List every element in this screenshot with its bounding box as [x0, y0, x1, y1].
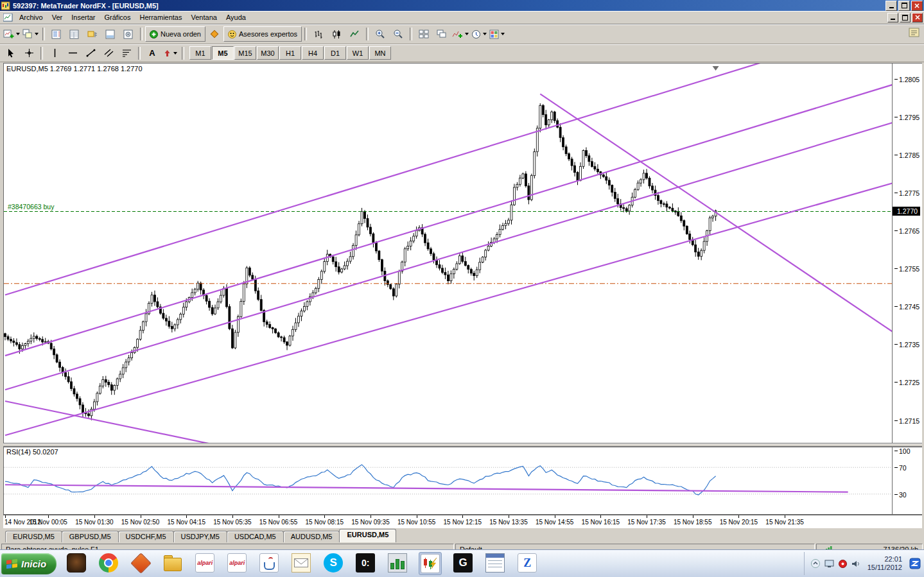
strategy-tester-button[interactable]: [119, 26, 137, 42]
taskbar-icon-chrome[interactable]: [98, 552, 119, 574]
taskbar-icon-g-app[interactable]: G: [452, 552, 474, 574]
chart-tabs-bar: EURUSD,M5GBPUSD,M5USDCHF,M5USDJPY,M5USDC…: [3, 528, 922, 542]
candlestick-mode-button[interactable]: [327, 26, 345, 42]
zoom-out-button[interactable]: [389, 26, 407, 42]
taskbar-icon-notes[interactable]: [484, 552, 506, 574]
line-chart-mode-button[interactable]: [345, 26, 363, 42]
toolbar-overflow-button[interactable]: [909, 27, 920, 40]
menu-item-archivo[interactable]: Archivo: [15, 12, 48, 22]
chart-tab-usdcad-m5-4[interactable]: USDCAD,M5: [227, 531, 284, 542]
navigator-button[interactable]: [83, 26, 101, 42]
titlebar[interactable]: 592397: MetaTrader NordFX - [EURUSD,M5]: [0, 0, 924, 11]
taskbar-icon-cellar-app[interactable]: [65, 552, 87, 574]
close-button[interactable]: [911, 1, 923, 11]
clock-date: 15/11/2012: [867, 564, 902, 572]
tray-z-icon[interactable]: [909, 558, 921, 569]
price-axis[interactable]: 1.28051.27951.27851.27751.27651.27551.27…: [893, 63, 922, 444]
timeframe-h4[interactable]: H4: [302, 46, 324, 60]
taskbar-icon-folder[interactable]: [162, 552, 184, 574]
menu-item-graficos[interactable]: Gráficos: [100, 12, 135, 22]
periods-button[interactable]: [470, 26, 488, 42]
chart-window-icon[interactable]: [3, 13, 13, 22]
timeframe-m5[interactable]: M5: [212, 46, 234, 60]
rsi-canvas[interactable]: [4, 447, 892, 514]
time-tick: [417, 515, 417, 518]
chart-tab-eurusd-m5-6[interactable]: EURUSD,M5: [339, 529, 396, 542]
chart-tab-eurusd-m5-0[interactable]: EURUSD,M5: [5, 531, 62, 542]
cursor-tool-button[interactable]: [2, 46, 20, 61]
child-minimize-button[interactable]: [887, 13, 898, 22]
minimize-button[interactable]: [885, 1, 897, 11]
timeframe-w1[interactable]: W1: [347, 46, 369, 60]
price-axis-label: 1.2805: [894, 76, 920, 83]
terminal-button[interactable]: [101, 26, 119, 42]
tray-volume-icon[interactable]: [851, 560, 860, 568]
chart-tab-usdchf-m5-2[interactable]: USDCHF,M5: [118, 531, 174, 542]
taskbar-icon-skype[interactable]: S: [322, 552, 344, 574]
crosshair-tool-button[interactable]: [20, 46, 38, 61]
expert-advisors-button[interactable]: Asesores expertos: [223, 26, 302, 42]
chart-tab-gbpusd-m5-1[interactable]: GBPUSD,M5: [62, 531, 119, 542]
menu-item-ventana[interactable]: Ventana: [187, 12, 222, 22]
chart-tab-audusd-m5-5[interactable]: AUDUSD,M5: [283, 531, 340, 542]
tile-windows-button[interactable]: [415, 26, 433, 42]
metaeditor-button[interactable]: [205, 26, 223, 42]
restore-button[interactable]: [898, 1, 910, 11]
horizontal-line-tool-button[interactable]: [64, 46, 82, 61]
new-order-button[interactable]: Nueva orden: [145, 26, 205, 42]
tray-expand-icon[interactable]: [811, 559, 820, 568]
timeframe-mn[interactable]: MN: [369, 46, 391, 60]
text-tool-button[interactable]: A: [143, 46, 161, 61]
taskbar-icon-java[interactable]: [258, 552, 280, 574]
price-chart-canvas[interactable]: #38470663 buy: [4, 64, 892, 443]
time-axis[interactable]: 14 Nov 201215 Nov 00:0515 Nov 01:3015 No…: [3, 515, 922, 528]
menu-item-insertar[interactable]: Insertar: [67, 12, 100, 22]
taskbar-icon-z-app[interactable]: Z: [516, 552, 538, 574]
chart-tab-usdjpy-m5-3[interactable]: USDJPY,M5: [173, 531, 227, 542]
timeframe-m15[interactable]: M15: [234, 46, 256, 60]
timeframe-h1[interactable]: H1: [279, 46, 301, 60]
data-window-button[interactable]: [65, 26, 83, 42]
taskbar-icon-alpari[interactable]: alpari: [194, 552, 216, 574]
start-button-label: Inicio: [21, 558, 46, 569]
channel-tool-button[interactable]: [100, 46, 118, 61]
tray-alert-icon[interactable]: [839, 560, 847, 568]
child-restore-button[interactable]: [900, 13, 911, 22]
taskbar-icon-mail[interactable]: [290, 552, 312, 574]
templates-icon: [489, 30, 499, 39]
profiles-button[interactable]: [21, 26, 40, 42]
timeframe-m30[interactable]: M30: [257, 46, 279, 60]
trendline-tool-button[interactable]: [82, 46, 100, 61]
zoom-in-button[interactable]: [371, 26, 389, 42]
new-chart-button[interactable]: [2, 26, 21, 42]
taskbar-icon-timer-app[interactable]: 0:: [354, 552, 376, 574]
taskbar-icon-alpari-2[interactable]: alpari: [226, 552, 248, 574]
toolbar-separator: [40, 47, 43, 60]
timeframe-m1[interactable]: M1: [189, 46, 211, 60]
market-watch-button[interactable]: [48, 26, 65, 42]
templates-button[interactable]: [488, 26, 506, 42]
cascade-windows-button[interactable]: [433, 26, 451, 42]
bar-chart-mode-button[interactable]: [309, 26, 327, 42]
price-axis-label: 1.2745: [894, 303, 920, 311]
arrows-tool-button[interactable]: [161, 46, 179, 61]
taskbar-icon-metatrader[interactable]: [419, 552, 442, 575]
time-axis-label: 15 Nov 12:15: [444, 519, 482, 526]
fibonacci-tool-button[interactable]: [118, 46, 135, 61]
tray-clock[interactable]: 22:01 15/11/2012: [867, 555, 902, 572]
time-tick: [693, 515, 693, 518]
indicators-button[interactable]: [451, 26, 470, 42]
tray-display-icon[interactable]: [824, 560, 834, 568]
price-chart-pane[interactable]: #38470663 buy EURUSD,M5 1.2769 1.2771 1.…: [3, 63, 893, 444]
rsi-pane[interactable]: RSI(14) 50.0207: [3, 447, 893, 515]
taskbar-icon-orange-app[interactable]: [130, 552, 152, 574]
menu-item-herramientas[interactable]: Herramientas: [135, 12, 186, 22]
menu-item-ver[interactable]: Ver: [48, 12, 67, 22]
start-button[interactable]: Inicio: [1, 553, 57, 574]
timeframe-d1[interactable]: D1: [324, 46, 346, 60]
child-close-button[interactable]: [912, 13, 923, 22]
menu-item-ayuda[interactable]: Ayuda: [222, 12, 250, 22]
taskbar-icon-chart-app[interactable]: [387, 552, 408, 574]
rsi-axis[interactable]: 1007030: [893, 447, 922, 515]
vertical-line-tool-button[interactable]: [46, 46, 64, 61]
